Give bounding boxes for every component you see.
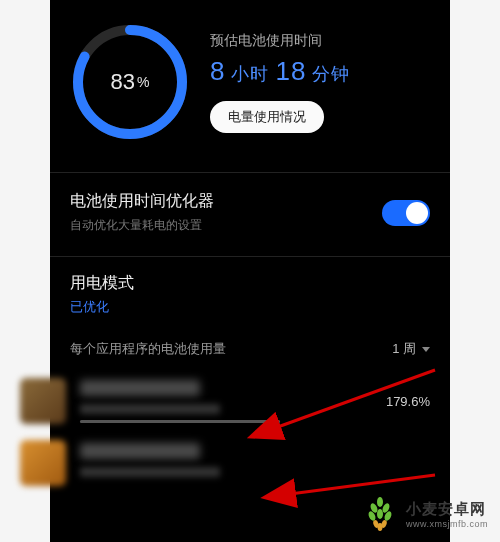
- app-main: [80, 380, 376, 423]
- minutes-unit: 分钟: [312, 64, 350, 84]
- app-subtext-censored: [80, 467, 220, 477]
- per-app-header: 每个应用程序的电池使用量 1 周: [50, 322, 450, 368]
- watermark-cn: 小麦安卓网: [406, 500, 488, 519]
- period-selector[interactable]: 1 周: [392, 340, 430, 358]
- hours-unit: 小时: [231, 64, 269, 84]
- watermark: 小麦安卓网 www.xmsjmfb.com: [356, 490, 492, 538]
- power-mode-row[interactable]: 用电模式 已优化: [50, 257, 450, 322]
- power-mode-title: 用电模式: [70, 273, 430, 294]
- app-icon: [20, 440, 66, 486]
- app-icon: [20, 378, 66, 424]
- svg-point-10: [377, 509, 383, 519]
- app-name-censored: [80, 443, 200, 459]
- period-value: 1 周: [392, 340, 416, 358]
- hours-value: 8: [210, 56, 225, 86]
- app-main: [80, 443, 420, 483]
- minutes-value: 18: [276, 56, 307, 86]
- battery-optimizer-row[interactable]: 电池使用时间优化器 自动优化大量耗电的设置: [50, 173, 450, 256]
- app-subtext-censored: [80, 404, 220, 414]
- estimate-label: 预估电池使用时间: [210, 32, 350, 50]
- battery-ring: 83%: [70, 22, 190, 142]
- optimizer-toggle[interactable]: [382, 200, 430, 226]
- battery-usage-button[interactable]: 电量使用情况: [210, 101, 324, 133]
- svg-point-13: [377, 523, 382, 531]
- svg-point-5: [377, 497, 383, 507]
- optimizer-subtitle: 自动优化大量耗电的设置: [70, 217, 214, 234]
- battery-summary: 83% 预估电池使用时间 8 小时 18 分钟 电量使用情况: [50, 0, 450, 172]
- app-usage-row[interactable]: 179.6%: [50, 368, 450, 430]
- estimate-time: 8 小时 18 分钟: [210, 56, 350, 87]
- app-usage-row[interactable]: [50, 430, 450, 492]
- battery-percent-value: 83: [111, 69, 135, 95]
- wheat-logo-icon: [360, 494, 400, 534]
- phone-screen: 83% 预估电池使用时间 8 小时 18 分钟 电量使用情况 电池使用时间优化器…: [50, 0, 450, 542]
- app-name-censored: [80, 380, 200, 396]
- optimizer-text: 电池使用时间优化器 自动优化大量耗电的设置: [70, 191, 214, 234]
- chevron-down-icon: [422, 347, 430, 352]
- app-percent: 179.6%: [376, 394, 430, 409]
- battery-percent: 83%: [70, 22, 190, 142]
- app-usage-bar: [80, 420, 280, 423]
- power-mode-status: 已优化: [70, 298, 430, 316]
- battery-info: 预估电池使用时间 8 小时 18 分钟 电量使用情况: [210, 32, 350, 133]
- optimizer-title: 电池使用时间优化器: [70, 191, 214, 212]
- watermark-en: www.xmsjmfb.com: [406, 519, 488, 529]
- battery-percent-unit: %: [137, 74, 149, 90]
- per-app-label: 每个应用程序的电池使用量: [70, 340, 226, 358]
- watermark-text: 小麦安卓网 www.xmsjmfb.com: [406, 500, 488, 529]
